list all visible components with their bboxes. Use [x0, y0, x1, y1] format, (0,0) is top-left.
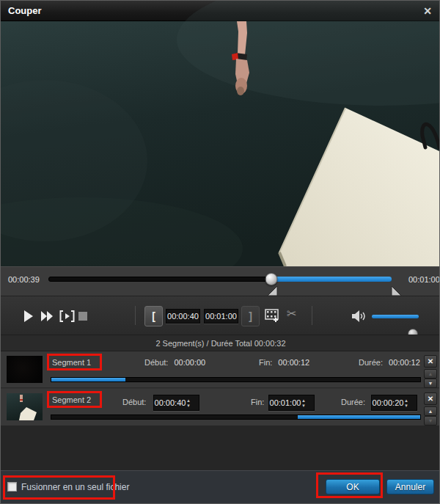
segments-summary: 2 Segment(s) / Durée Total 00:00:32	[1, 335, 440, 351]
seek-track-remaining	[271, 277, 392, 282]
cancel-button[interactable]: Annuler	[386, 479, 434, 494]
spinner-down-icon[interactable]: ▼	[404, 403, 408, 408]
segment2-fin-spinner[interactable]: ▲▼	[268, 395, 315, 411]
debut-label: Début:	[122, 398, 146, 406]
segment2-delete-button[interactable]: ✕	[424, 392, 437, 405]
trim-start-display: 00:00:40	[166, 309, 200, 324]
segment1-thumbnail	[7, 356, 43, 383]
segment-list-empty-area	[1, 426, 440, 470]
debut-value: 00:00:00	[174, 358, 205, 367]
spinner-up-icon[interactable]: ▲	[404, 398, 408, 403]
set-end-button[interactable]: ]	[241, 306, 260, 326]
segment2-duree-spinner[interactable]: ▲▼	[371, 395, 417, 411]
segment1-delete-button[interactable]: ✕	[424, 355, 437, 368]
debut-label: Début:	[144, 358, 168, 367]
segment1-name: Segment 1	[52, 358, 91, 367]
spinner-up-icon[interactable]: ▲	[301, 398, 306, 403]
separator	[135, 306, 136, 325]
duree-label: Durée:	[359, 358, 383, 367]
cut-dialog: Couper ✕	[0, 0, 440, 504]
segment1-range-bar	[51, 377, 421, 382]
playback-controls: [ 00:00:40 00:01:00 ] ✂	[1, 296, 440, 335]
speaker-icon[interactable]	[352, 310, 367, 325]
volume-fill	[372, 315, 419, 318]
spinner-down-icon[interactable]: ▼	[186, 403, 191, 408]
fin-label: Fin:	[259, 358, 272, 367]
segment2-range-bar	[51, 414, 421, 420]
merge-label: Fusionner en un seul fichier	[21, 482, 129, 492]
trim-start-marker[interactable]	[268, 285, 277, 295]
video-frame-diver-scene	[1, 21, 440, 266]
duree-value: 00:00:12	[389, 358, 420, 367]
new-segment-icon[interactable]	[265, 308, 282, 327]
timeline-bar: 00:00:39 00:01:00	[1, 266, 440, 296]
segment2-thumbnail	[7, 393, 43, 420]
dialog-title: Couper	[8, 5, 42, 16]
segment2-range-fill	[298, 415, 420, 419]
elapsed-time: 00:00:39	[8, 275, 40, 284]
segment1-move-up-button[interactable]: ▲	[424, 369, 437, 379]
stop-button[interactable]	[78, 312, 87, 321]
segment-row-1[interactable]: Segment 1 Début:00:00:00 Fin:00:00:12 Du…	[1, 351, 440, 388]
segment2-debut-spinner[interactable]: ▲▼	[153, 395, 199, 411]
set-start-button[interactable]: [	[144, 306, 163, 326]
split-segment-icon[interactable]: ✂	[287, 307, 296, 321]
video-preview[interactable]	[1, 21, 440, 266]
segment2-duree-input[interactable]	[372, 398, 404, 407]
segment-row-2[interactable]: Segment 2 Début: ▲▼ Fin: ▲▼ Durée: ▲▼ ✕ …	[1, 389, 440, 426]
play-button[interactable]	[23, 310, 33, 325]
segment2-move-up-button[interactable]: ▲	[424, 406, 437, 416]
segment2-debut-input[interactable]	[154, 398, 186, 407]
play-segment-button[interactable]	[59, 310, 75, 325]
segment1-range-fill	[51, 378, 125, 381]
fast-forward-button[interactable]	[41, 311, 54, 324]
separator	[312, 306, 312, 325]
segment2-fin-input[interactable]	[269, 398, 301, 407]
spinner-up-icon[interactable]: ▲	[186, 398, 191, 403]
fin-value: 00:00:12	[278, 358, 309, 367]
trim-end-marker[interactable]	[392, 285, 401, 295]
segment2-move-down-button[interactable]: ▼	[424, 416, 437, 426]
segment1-fin: Fin:00:00:12	[259, 358, 309, 367]
segment1-duree: Durée:00:00:12	[359, 358, 420, 367]
segment2-name: Segment 2	[52, 395, 91, 404]
total-time: 00:01:00	[408, 275, 440, 284]
playhead-knob[interactable]	[265, 273, 278, 285]
fin-label: Fin:	[251, 398, 264, 406]
duree-label: Durée:	[341, 398, 365, 406]
segment1-debut: Début:00:00:00	[144, 358, 205, 367]
segment1-move-down-button[interactable]: ▼	[424, 379, 437, 388]
volume-slider[interactable]	[372, 315, 419, 318]
trim-end-display: 00:01:00	[204, 309, 238, 324]
seek-track-zone	[48, 267, 392, 296]
ok-button[interactable]: OK	[326, 479, 380, 494]
spinner-down-icon[interactable]: ▼	[301, 403, 306, 408]
merge-checkbox[interactable]	[7, 482, 17, 492]
